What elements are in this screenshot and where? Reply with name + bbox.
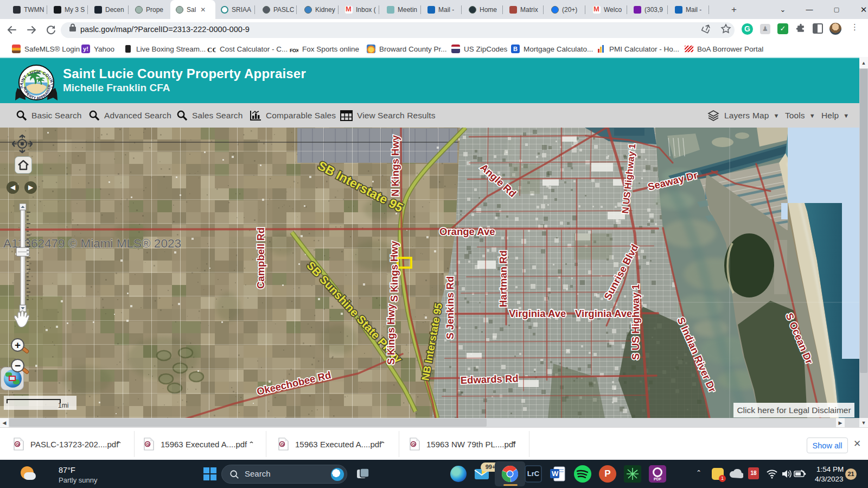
svg-text:N Kings Hwy: N Kings Hwy [390,135,401,197]
svg-text:Orange Ave: Orange Ave [439,226,495,237]
svg-text:G: G [16,442,20,447]
svg-text:S US Highway 1: S US Highway 1 [630,284,641,360]
svg-text:S Kings Hwy: S Kings Hwy [388,240,400,302]
svg-text:Hartman Rd: Hartman Rd [497,250,509,307]
svg-text:Virginia Ave: Virginia Ave [509,308,566,319]
svg-text:G: G [412,442,416,447]
svg-text:W: W [552,470,559,478]
svg-text:G: G [146,442,150,447]
svg-text:Campbell Rd: Campbell Rd [255,227,266,289]
svg-text:Edwards Rd: Edwards Rd [460,372,519,386]
svg-text:G: G [281,442,284,447]
svg-text:1mi: 1mi [58,402,68,409]
svg-text:Virginia Ave: Virginia Ave [575,308,632,319]
svg-text:S Kings Hwy: S Kings Hwy [385,303,397,365]
svg-text:S Jenkins Rd: S Jenkins Rd [444,276,456,339]
